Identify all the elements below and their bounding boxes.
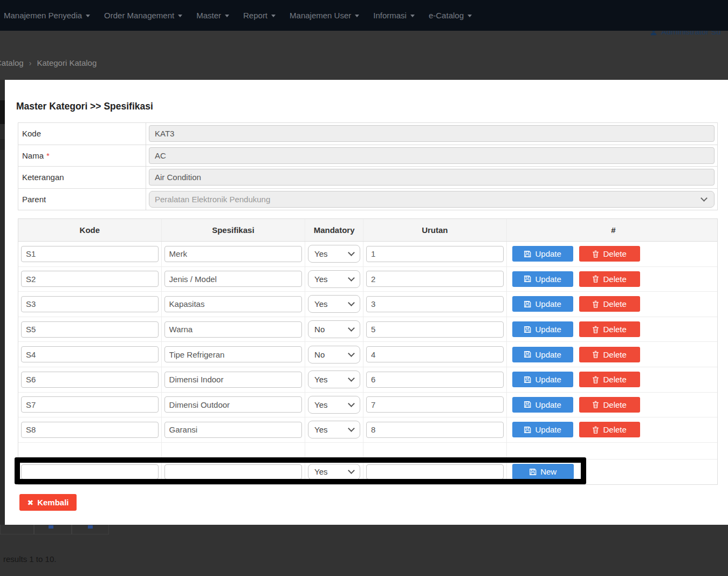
close-icon: ✖: [27, 498, 33, 507]
row-mandatory-select[interactable]: Yes: [308, 245, 360, 263]
nav-label: Order Management: [104, 11, 174, 20]
row-mandatory-select[interactable]: Yes: [308, 421, 360, 438]
chevron-down-icon: [86, 15, 90, 17]
row-kode-input[interactable]: [21, 321, 159, 338]
delete-button[interactable]: Delete: [579, 347, 640, 362]
update-button[interactable]: Update: [512, 422, 573, 437]
row-mandatory-select[interactable]: Yes: [308, 270, 360, 288]
screen: Administrator Su Catalog › Kategori Kata…: [0, 0, 728, 576]
parent-select-value: Peralatan Elektronik Pendukung: [155, 195, 270, 204]
nav-order-management[interactable]: Order Management: [97, 0, 189, 31]
delete-button[interactable]: Delete: [579, 271, 640, 287]
delete-button[interactable]: Delete: [579, 296, 640, 312]
delete-button[interactable]: Delete: [579, 246, 640, 262]
row-urutan-input[interactable]: [366, 372, 504, 388]
mandatory-value: Yes: [314, 375, 327, 384]
nama-field[interactable]: [149, 147, 715, 164]
update-button[interactable]: Update: [512, 397, 573, 413]
update-button[interactable]: Update: [512, 296, 573, 312]
delete-label: Delete: [603, 400, 626, 409]
new-mandatory-select[interactable]: Yes: [308, 464, 360, 480]
row-spesifikasi-input[interactable]: [164, 246, 303, 262]
row-kode-input[interactable]: [21, 271, 159, 287]
row-mandatory-select[interactable]: No: [308, 346, 360, 364]
trash-icon: [592, 275, 599, 283]
nav-manajemen-user[interactable]: Manajemen User: [283, 0, 366, 31]
nav-master[interactable]: Master: [189, 0, 236, 31]
row-spesifikasi-input[interactable]: [164, 271, 303, 287]
parent-select[interactable]: Peralatan Elektronik Pendukung: [149, 191, 715, 208]
update-label: Update: [535, 425, 561, 434]
row-urutan-input[interactable]: [366, 346, 504, 362]
update-button[interactable]: Update: [512, 246, 573, 262]
row-spesifikasi-input[interactable]: [164, 296, 303, 312]
update-button[interactable]: Update: [512, 271, 573, 287]
new-entry-row: Yes New: [18, 459, 717, 484]
table-row: Yes Update Delete: [18, 292, 717, 317]
row-kode-input[interactable]: [21, 346, 159, 362]
delete-button[interactable]: Delete: [579, 372, 640, 387]
dimmed-left-strip: [0, 80, 5, 525]
delete-button[interactable]: Delete: [579, 321, 640, 337]
results-summary: results 1 to 10.: [3, 554, 56, 564]
nav-informasi[interactable]: Informasi: [366, 0, 422, 31]
update-button[interactable]: Update: [512, 372, 573, 387]
row-mandatory-select[interactable]: No: [308, 320, 360, 338]
row-kode-input[interactable]: [21, 246, 159, 262]
top-navbar: Manajemen Penyedia Order Management Mast…: [0, 0, 728, 31]
row-spesifikasi-input[interactable]: [164, 321, 303, 338]
update-button[interactable]: Update: [512, 347, 573, 362]
chevron-down-icon: [468, 15, 472, 17]
mandatory-value: Yes: [314, 467, 327, 476]
header-actions: #: [507, 219, 717, 241]
table-row: Yes Update Delete: [18, 267, 717, 292]
row-kode-input[interactable]: [21, 422, 159, 438]
row-urutan-input[interactable]: [366, 422, 504, 438]
trash-icon: [592, 426, 599, 434]
nav-report[interactable]: Report: [236, 0, 283, 31]
row-kode-input[interactable]: [21, 372, 159, 388]
row-spesifikasi-input[interactable]: [164, 372, 303, 388]
trash-icon: [592, 326, 599, 333]
keterangan-field[interactable]: [149, 169, 715, 186]
row-spesifikasi-input[interactable]: [164, 346, 303, 362]
form-row-kode: Kode: [18, 123, 717, 145]
form-row-keterangan: Keterangan: [18, 167, 717, 189]
chevron-down-icon: [348, 325, 355, 332]
kode-field[interactable]: [149, 125, 715, 142]
save-icon: [524, 326, 531, 333]
kembali-button[interactable]: ✖ Kembali: [19, 494, 77, 511]
row-kode-input[interactable]: [21, 296, 159, 312]
new-spesifikasi-input[interactable]: [164, 464, 303, 479]
row-spesifikasi-input[interactable]: [164, 396, 303, 413]
mandatory-value: Yes: [314, 249, 327, 258]
row-kode-input[interactable]: [21, 396, 159, 413]
new-button[interactable]: New: [512, 464, 574, 479]
row-urutan-input[interactable]: [366, 396, 504, 413]
nav-e-catalog[interactable]: e-Catalog: [422, 0, 479, 31]
new-kode-input[interactable]: [21, 464, 159, 479]
breadcrumb-parent[interactable]: Catalog: [0, 58, 24, 67]
update-button[interactable]: Update: [512, 321, 573, 337]
delete-button[interactable]: Delete: [579, 422, 640, 437]
trash-icon: [592, 376, 599, 383]
nama-label: Nama: [22, 151, 44, 160]
chevron-down-icon: [348, 300, 355, 307]
row-urutan-input[interactable]: [366, 296, 504, 312]
spec-table: Kode Spesifikasi Mandatory Urutan # Yes …: [18, 218, 718, 485]
form-row-nama: Nama *: [18, 145, 717, 167]
row-urutan-input[interactable]: [366, 271, 504, 287]
row-mandatory-select[interactable]: Yes: [308, 371, 360, 388]
new-urutan-input[interactable]: [366, 464, 504, 479]
chevron-down-icon: [225, 15, 229, 17]
row-urutan-input[interactable]: [366, 321, 504, 338]
row-mandatory-select[interactable]: Yes: [308, 396, 360, 414]
update-label: Update: [535, 375, 561, 384]
row-mandatory-select[interactable]: Yes: [308, 295, 360, 313]
row-spesifikasi-input[interactable]: [164, 422, 303, 438]
nav-manajemen-penyedia[interactable]: Manajemen Penyedia: [0, 0, 97, 31]
row-urutan-input[interactable]: [366, 246, 504, 262]
table-row: Yes Update Delete: [18, 242, 717, 267]
delete-button[interactable]: Delete: [579, 397, 640, 413]
required-asterisk: *: [46, 151, 50, 160]
